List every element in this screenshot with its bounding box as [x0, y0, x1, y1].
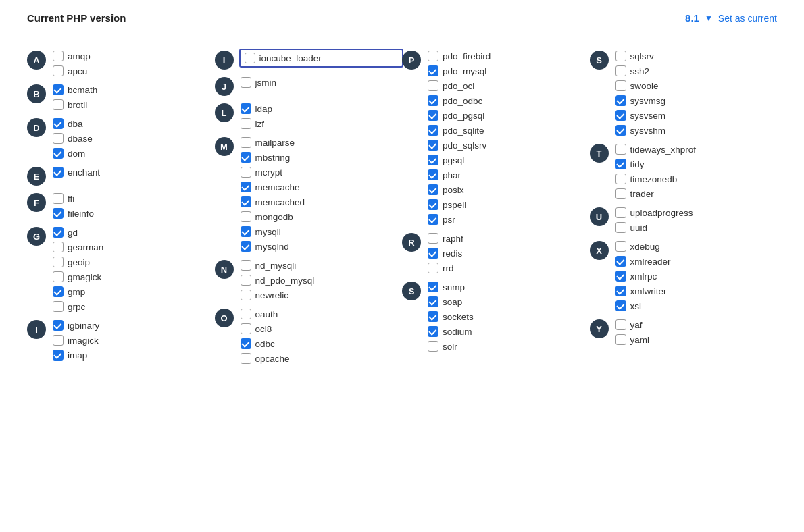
item-row-pdo_mysql[interactable]: pdo_mysql — [428, 65, 590, 77]
checkbox-oauth[interactable] — [241, 309, 251, 319]
item-row-xmlwriter[interactable]: xmlwriter — [615, 285, 778, 297]
checkbox-yaf[interactable] — [615, 319, 626, 330]
checkbox-pdo_sqlsrv[interactable] — [428, 140, 438, 151]
checkbox-soap[interactable] — [428, 296, 438, 307]
item-row-gmp[interactable]: gmp — [53, 286, 215, 298]
item-row-pspell[interactable]: pspell — [428, 198, 590, 211]
checkbox-ioncube_loader[interactable] — [245, 53, 255, 63]
checkbox-xmlrpc[interactable] — [615, 271, 626, 282]
checkbox-dba[interactable] — [53, 118, 64, 129]
item-row-gearman[interactable]: gearman — [53, 241, 215, 253]
checkbox-rrd[interactable] — [428, 263, 438, 273]
checkbox-uploadprogress[interactable] — [615, 207, 626, 218]
checkbox-enchant[interactable] — [53, 167, 64, 178]
item-row-mysqli[interactable]: mysqli — [241, 225, 403, 238]
item-row-ffi[interactable]: ffi — [53, 192, 215, 205]
checkbox-phar[interactable] — [428, 169, 438, 180]
item-row-nd_pdo_mysql[interactable]: nd_pdo_mysql — [241, 274, 403, 286]
checkbox-newrelic[interactable] — [241, 290, 251, 300]
item-row-ldap[interactable]: ldap — [241, 103, 403, 115]
item-row-dba[interactable]: dba — [53, 117, 215, 130]
checkbox-igbinary[interactable] — [53, 320, 64, 331]
checkbox-opcache[interactable] — [241, 353, 251, 364]
item-row-xsl[interactable]: xsl — [615, 300, 778, 312]
checkbox-gd[interactable] — [53, 227, 64, 238]
item-row-grpc[interactable]: grpc — [53, 300, 215, 313]
item-row-uuid[interactable]: uuid — [615, 221, 778, 234]
item-row-newrelic[interactable]: newrelic — [241, 289, 403, 301]
checkbox-imap[interactable] — [53, 350, 64, 361]
checkbox-sqlsrv[interactable] — [615, 51, 626, 61]
item-row-pdo_sqlsrv[interactable]: pdo_sqlsrv — [428, 139, 590, 151]
item-row-tideways_xhprof[interactable]: tideways_xhprof — [615, 143, 778, 155]
checkbox-memcache[interactable] — [241, 182, 251, 192]
checkbox-pdo_oci[interactable] — [428, 80, 438, 91]
item-row-oci8[interactable]: oci8 — [241, 323, 403, 335]
item-row-yaf[interactable]: yaf — [615, 319, 778, 331]
item-row-pdo_pgsql[interactable]: pdo_pgsql — [428, 109, 590, 122]
item-row-xmlreader[interactable]: xmlreader — [615, 255, 778, 267]
checkbox-bcmath[interactable] — [53, 84, 64, 95]
item-row-tidy[interactable]: tidy — [615, 158, 778, 170]
item-row-apcu[interactable]: apcu — [53, 65, 215, 77]
checkbox-grpc[interactable] — [53, 301, 64, 312]
item-row-trader[interactable]: trader — [615, 188, 778, 200]
item-row-mysqlnd[interactable]: mysqlnd — [241, 240, 403, 252]
item-row-ioncube_loader[interactable]: ioncube_loader — [239, 49, 404, 68]
checkbox-posix[interactable] — [428, 184, 438, 195]
checkbox-tideways_xhprof[interactable] — [615, 144, 626, 155]
item-row-snmp[interactable]: snmp — [428, 281, 590, 293]
item-row-xmlrpc[interactable]: xmlrpc — [615, 270, 778, 282]
item-row-raphf[interactable]: raphf — [428, 232, 590, 244]
checkbox-psr[interactable] — [428, 214, 438, 225]
item-row-imap[interactable]: imap — [53, 349, 215, 361]
item-row-enchant[interactable]: enchant — [53, 166, 215, 178]
checkbox-imagick[interactable] — [53, 335, 64, 346]
checkbox-swoole[interactable] — [615, 80, 626, 91]
item-row-igbinary[interactable]: igbinary — [53, 319, 215, 331]
item-row-dbase[interactable]: dbase — [53, 132, 215, 144]
checkbox-xsl[interactable] — [615, 300, 626, 311]
item-row-solr[interactable]: solr — [428, 340, 590, 352]
checkbox-odbc[interactable] — [241, 338, 251, 349]
item-row-pdo_odbc[interactable]: pdo_odbc — [428, 95, 590, 107]
checkbox-sodium[interactable] — [428, 326, 438, 337]
checkbox-sysvshm[interactable] — [615, 125, 626, 136]
item-row-pdo_oci[interactable]: pdo_oci — [428, 80, 590, 92]
item-row-yaml[interactable]: yaml — [615, 334, 778, 346]
checkbox-memcached[interactable] — [241, 196, 251, 207]
item-row-sockets[interactable]: sockets — [428, 311, 590, 323]
checkbox-mysqli[interactable] — [241, 226, 251, 237]
checkbox-yaml[interactable] — [615, 334, 626, 345]
item-row-imagick[interactable]: imagick — [53, 334, 215, 346]
checkbox-mongodb[interactable] — [241, 211, 251, 222]
checkbox-oci8[interactable] — [241, 323, 251, 334]
item-row-amqp[interactable]: amqp — [53, 50, 215, 62]
checkbox-gmagick[interactable] — [53, 271, 64, 282]
item-row-oauth[interactable]: oauth — [241, 308, 403, 320]
checkbox-ssh2[interactable] — [615, 65, 626, 76]
checkbox-uuid[interactable] — [615, 222, 626, 233]
item-row-geoip[interactable]: geoip — [53, 256, 215, 268]
item-row-memcached[interactable]: memcached — [241, 196, 403, 208]
item-row-sqlsrv[interactable]: sqlsrv — [615, 50, 778, 62]
checkbox-gmp[interactable] — [53, 286, 64, 297]
item-row-memcache[interactable]: memcache — [241, 181, 403, 193]
checkbox-timezonedb[interactable] — [615, 174, 626, 184]
item-row-redis[interactable]: redis — [428, 247, 590, 259]
checkbox-tidy[interactable] — [615, 159, 626, 169]
item-row-nd_mysqli[interactable]: nd_mysqli — [241, 259, 403, 271]
checkbox-sockets[interactable] — [428, 311, 438, 322]
item-row-opcache[interactable]: opcache — [241, 352, 403, 365]
checkbox-lzf[interactable] — [241, 118, 251, 129]
item-row-mongodb[interactable]: mongodb — [241, 211, 403, 223]
checkbox-mcrypt[interactable] — [241, 167, 251, 178]
item-row-sodium[interactable]: sodium — [428, 325, 590, 338]
checkbox-gearman[interactable] — [53, 242, 64, 252]
checkbox-fileinfo[interactable] — [53, 208, 64, 219]
item-row-uploadprogress[interactable]: uploadprogress — [615, 207, 778, 219]
checkbox-mbstring[interactable] — [241, 152, 251, 163]
item-row-mcrypt[interactable]: mcrypt — [241, 166, 403, 178]
item-row-phar[interactable]: phar — [428, 169, 590, 181]
checkbox-pdo_sqlite[interactable] — [428, 125, 438, 136]
